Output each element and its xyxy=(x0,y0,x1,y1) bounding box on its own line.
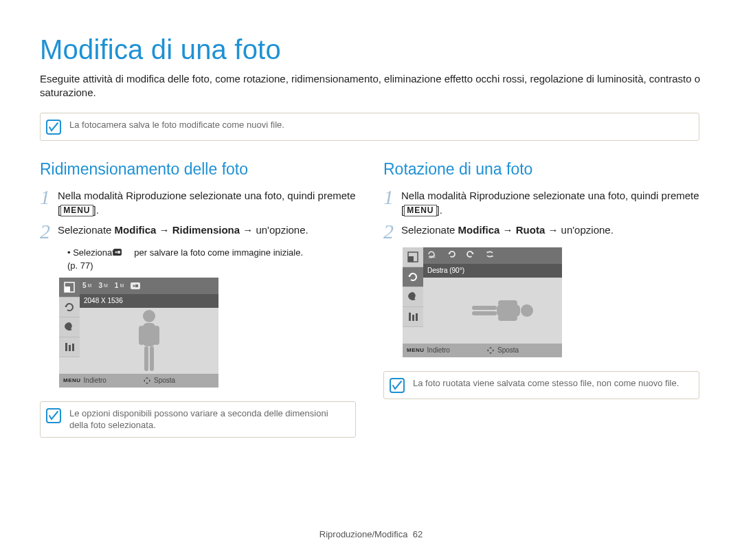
step-number-1: 1 xyxy=(383,187,401,217)
rotate-opt-right-icon xyxy=(447,249,456,262)
rotate-opt-off-icon: OFF xyxy=(426,249,437,262)
svg-rect-21 xyxy=(409,313,411,321)
side-icon-resize xyxy=(403,247,423,267)
svg-rect-20 xyxy=(408,256,414,262)
right-step1-text-b: ]. xyxy=(437,204,442,216)
footer: Riproduzione/Modifica 62 xyxy=(0,529,742,539)
right-step-1: 1 Nella modalità Riproduzione selezionat… xyxy=(383,188,699,217)
right-step1-text-a: Nella modalità Riproduzione selezionate … xyxy=(401,190,699,216)
intro-text: Eseguite attività di modifica delle foto… xyxy=(40,72,702,100)
svg-point-2 xyxy=(115,251,117,253)
svg-rect-17 xyxy=(150,346,154,371)
svg-rect-23 xyxy=(416,313,418,321)
top-note-box: La fotocamera salva le foto modificate c… xyxy=(40,113,699,141)
right-step2-prefix: Selezionate xyxy=(401,224,458,236)
right-step2-bold: Modifica → Ruota xyxy=(458,224,546,236)
lcd-resize-label: 2048 X 1536 xyxy=(80,294,218,308)
side-icon-adjust xyxy=(59,337,80,357)
size-opt-startup-icon xyxy=(131,282,140,290)
svg-rect-11 xyxy=(135,284,138,287)
left-note-box: Le opzioni disponibili possono variare a… xyxy=(40,401,356,438)
nav-cross-icon xyxy=(143,377,151,385)
right-step2-suffix: → un'opzione. xyxy=(545,224,614,236)
lcd-size-options: 5M 3M 1M xyxy=(80,278,218,294)
svg-rect-26 xyxy=(497,304,520,317)
svg-rect-8 xyxy=(72,344,74,351)
left-step2-bold: Modifica → Ridimensiona xyxy=(115,224,240,236)
side-icon-adjust xyxy=(403,307,423,327)
right-section-title: Rotazione di una foto xyxy=(383,160,699,179)
side-icon-palette xyxy=(403,287,423,307)
side-icon-rotate xyxy=(59,298,80,317)
left-subbullet: Selezionate per salvare la foto come imm… xyxy=(67,247,356,258)
side-icon-resize xyxy=(59,278,80,298)
svg-rect-7 xyxy=(69,345,71,351)
svg-rect-5 xyxy=(65,287,70,292)
step-number-2: 2 xyxy=(383,221,401,242)
lcd-back-hint: MENUIndietro xyxy=(59,377,139,384)
note-icon xyxy=(46,120,61,135)
lcd-resize-preview: 5M 3M 1M 2048 X 1536 MENUIndietro Sposta xyxy=(59,278,218,388)
svg-rect-14 xyxy=(139,326,144,345)
note-icon xyxy=(390,378,405,393)
lcd-resize-image xyxy=(80,308,218,374)
side-icon-palette xyxy=(59,317,80,337)
top-note-text: La fotocamera salva le foto modificate c… xyxy=(69,119,284,131)
svg-rect-3 xyxy=(117,251,120,254)
svg-rect-16 xyxy=(144,346,148,371)
svg-rect-29 xyxy=(472,306,497,310)
left-sub-b: per salvare la foto come immagine inizia… xyxy=(132,247,303,258)
nav-cross-icon xyxy=(486,346,495,355)
step-number-1: 1 xyxy=(40,187,58,217)
rotate-opt-left-icon xyxy=(466,249,475,262)
svg-rect-6 xyxy=(65,343,67,351)
menu-key-icon: MENU xyxy=(60,205,93,216)
left-pageref: (p. 77) xyxy=(67,260,356,271)
left-step-2: 2 Selezionate Modifica → Ridimensiona → … xyxy=(40,223,356,242)
svg-rect-22 xyxy=(412,315,414,321)
svg-point-10 xyxy=(133,284,135,287)
svg-rect-27 xyxy=(498,300,517,306)
left-step2-prefix: Selezionate xyxy=(58,224,115,236)
svg-text:OFF: OFF xyxy=(429,255,436,259)
svg-rect-15 xyxy=(154,326,159,345)
left-step2-suffix: → un'opzione. xyxy=(240,224,308,236)
page-title: Modifica di una foto xyxy=(40,34,702,65)
size-opt-3m: 3M xyxy=(98,282,107,289)
size-opt-1m: 1M xyxy=(115,282,124,289)
right-note-text: La foto ruotata viene salvata come stess… xyxy=(413,377,679,390)
right-note-box: La foto ruotata viene salvata come stess… xyxy=(383,371,699,399)
startup-image-icon xyxy=(122,247,132,257)
svg-rect-30 xyxy=(472,311,497,315)
lcd-move-hint: Sposta xyxy=(139,377,218,385)
side-icon-rotate xyxy=(403,267,423,287)
left-note-text: Le opzioni disponibili possono variare a… xyxy=(69,407,348,432)
footer-section: Riproduzione/Modifica xyxy=(319,529,408,539)
menu-key-icon: MENU xyxy=(404,205,436,216)
lcd-rotate-preview: OFF Destra (90°) MENUIndietro Sposta xyxy=(403,247,562,357)
left-section-title: Ridimensionamento delle foto xyxy=(40,160,356,179)
rotate-opt-180-icon xyxy=(485,249,495,262)
lcd-rotate-image xyxy=(423,278,562,344)
note-icon xyxy=(46,408,61,423)
left-step1-text-a: Nella modalità Riproduzione selezionate … xyxy=(58,190,356,216)
lcd-move-hint: Sposta xyxy=(482,346,562,355)
size-opt-5m: 5M xyxy=(82,282,91,289)
svg-point-25 xyxy=(521,304,533,317)
svg-point-12 xyxy=(143,310,155,322)
svg-rect-13 xyxy=(143,323,155,346)
left-step1-text-b: ]. xyxy=(93,204,99,216)
lcd-rotate-options: OFF xyxy=(423,247,562,264)
step-number-2: 2 xyxy=(40,221,58,242)
lcd-rotate-label: Destra (90°) xyxy=(423,264,562,278)
left-step-1: 1 Nella modalità Riproduzione selezionat… xyxy=(40,188,356,217)
lcd-back-hint: MENUIndietro xyxy=(403,346,482,354)
svg-rect-28 xyxy=(498,315,517,321)
footer-page-number: 62 xyxy=(413,529,423,539)
right-step-2: 2 Selezionate Modifica → Ruota → un'opzi… xyxy=(383,223,699,242)
